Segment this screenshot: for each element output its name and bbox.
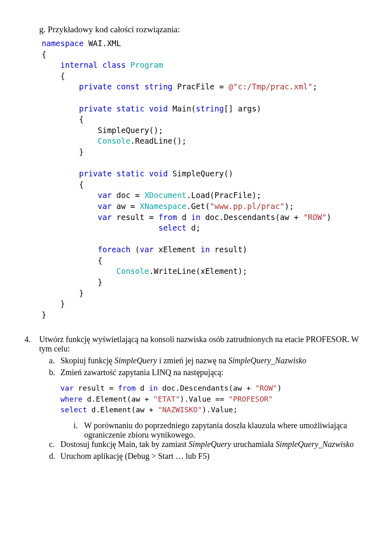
- point-4b-text: Zmień zawartość zapytania LINQ na następ…: [60, 368, 223, 377]
- point-4b-i-num: i.: [74, 421, 84, 430]
- point-4a-text: Skopiuj funkcję SimpleQuery i zmień jej …: [60, 356, 306, 365]
- point-4b-num: b.: [49, 368, 60, 377]
- point-4c-num: c.: [49, 440, 60, 449]
- point-4d-num: d.: [49, 451, 60, 461]
- point-4-num: 4.: [24, 335, 39, 353]
- point-4-text: Utwórz funkcję wyświetlającą na konsoli …: [39, 335, 368, 353]
- section-g-heading: g. Przykładowy kod całości rozwiązania:: [24, 24, 368, 35]
- linq-snippet: var result = from d in doc.Descendants(a…: [24, 383, 368, 415]
- point-4: 4. Utwórz funkcję wyświetlającą na konso…: [24, 335, 368, 353]
- point-4b: b. Zmień zawartość zapytania LINQ na nas…: [24, 368, 368, 377]
- point-4c-text: Dostosuj funkcję Main, tak by zamiast Si…: [60, 440, 354, 449]
- point-4b-i-text: W porównaniu do poprzedniego zapytania d…: [84, 421, 368, 440]
- point-4d-text: Uruchom aplikację (Debug > Start … lub F…: [60, 451, 209, 461]
- point-4a: a. Skopiuj funkcję SimpleQuery i zmień j…: [24, 356, 368, 365]
- point-4c: c. Dostosuj funkcję Main, tak by zamiast…: [24, 440, 368, 449]
- point-4a-num: a.: [49, 356, 60, 365]
- point-4d: d. Uruchom aplikację (Debug > Start … lu…: [24, 451, 368, 461]
- code-sample: namespace WAI.XML { internal class Progr…: [24, 38, 368, 320]
- point-4b-i: i. W porównaniu do poprzedniego zapytani…: [24, 421, 368, 440]
